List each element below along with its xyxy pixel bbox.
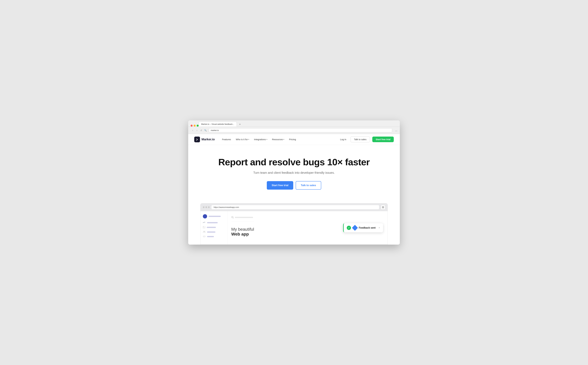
nav-links: Features Who is it for ▾ Integrations ▾ …	[222, 138, 338, 141]
demo-sidebar-item	[203, 221, 225, 224]
demo-dot-3	[208, 206, 210, 208]
demo-sidebar-item	[203, 226, 225, 229]
nav-features[interactable]: Features	[222, 138, 231, 141]
svg-rect-6	[203, 226, 205, 228]
forward-button[interactable]: ›	[195, 129, 198, 132]
start-free-trial-hero-button[interactable]: Start free trial	[267, 181, 293, 190]
hero-title: Report and resolve bugs 10× faster	[194, 157, 394, 167]
demo-app-title: My beautiful Web app	[231, 224, 254, 240]
svg-rect-3	[383, 206, 384, 207]
demo-window-dots	[203, 206, 210, 208]
nav-integrations[interactable]: Integrations ▾	[254, 138, 267, 141]
demo-line	[207, 236, 214, 237]
demo-line	[207, 227, 216, 228]
logo-icon	[194, 137, 200, 142]
back-button[interactable]: ‹	[191, 129, 194, 132]
nav-pricing[interactable]: Pricing	[289, 138, 296, 141]
users-icon	[203, 231, 205, 233]
svg-point-9	[205, 231, 205, 232]
demo-line	[207, 232, 215, 233]
demo-top-bar	[231, 216, 254, 221]
hero-buttons: Start free trial Talk to sales	[194, 181, 394, 190]
nav-who-is-it-for[interactable]: Who is it for ▾	[236, 138, 249, 141]
logo[interactable]: Marker.io	[194, 137, 215, 142]
hero-subtitle: Turn team and client feedback into devel…	[194, 171, 394, 175]
svg-line-11	[233, 218, 234, 218]
svg-rect-1	[196, 138, 198, 140]
check-icon: ✓	[347, 226, 351, 230]
maximize-dot[interactable]	[197, 125, 199, 126]
search-icon	[231, 216, 234, 219]
tab-bar: Marker.io – Visual website feedback... +	[188, 120, 400, 127]
chevron-down-icon: ▾	[267, 139, 267, 140]
tab-label: Marker.io – Visual website feedback...	[201, 123, 234, 125]
demo-container: https://awesomewebapp.com	[188, 203, 400, 245]
demo-browser-bar: https://awesomewebapp.com	[200, 203, 388, 211]
demo-line	[207, 222, 218, 223]
demo-dot-2	[205, 206, 207, 208]
browser-menu-button[interactable]: ...	[395, 129, 397, 132]
feedback-sent-text: Feedback sent	[359, 226, 376, 229]
demo-sidebar	[200, 211, 228, 245]
close-dot[interactable]	[191, 125, 192, 126]
refresh-button[interactable]: ↺	[200, 129, 203, 132]
browser-window: Marker.io – Visual website feedback... +…	[188, 120, 400, 245]
feedback-notification: ✓ Feedback sent ×	[343, 223, 383, 232]
demo-address-bar: https://awesomewebapp.com	[212, 205, 379, 209]
start-free-trial-nav-button[interactable]: Start free trial	[372, 137, 394, 142]
demo-app-title-line1: My beautiful	[231, 227, 254, 232]
demo-sidebar-items	[203, 221, 225, 238]
browser-toolbar: ‹ › ↺ 🔍 marker.io ...	[188, 127, 400, 134]
demo-browser: https://awesomewebapp.com	[200, 203, 388, 245]
demo-logo-circle	[203, 214, 207, 218]
address-bar[interactable]: marker.io	[209, 128, 392, 132]
demo-app-title-line2: Web app	[231, 232, 254, 237]
address-url: marker.io	[211, 129, 390, 131]
chevron-down-icon: ▾	[248, 139, 249, 140]
svg-rect-4	[382, 207, 383, 208]
demo-sidebar-item	[203, 231, 225, 233]
demo-search-placeholder	[235, 217, 253, 218]
hero-section: Report and resolve bugs 10× faster Turn …	[188, 145, 400, 197]
marker-diamond-icon	[352, 225, 358, 231]
window-controls	[191, 125, 199, 126]
svg-point-8	[204, 231, 204, 232]
logo-text: Marker.io	[201, 138, 215, 141]
browser-nav: ‹ › ↺ 🔍	[191, 129, 207, 132]
chevron-down-icon: ▾	[283, 139, 284, 140]
site-nav: Marker.io Features Who is it for ▾ Integ…	[188, 134, 400, 145]
svg-rect-2	[382, 206, 383, 207]
minimize-dot[interactable]	[194, 125, 196, 126]
website-content: Marker.io Features Who is it for ▾ Integ…	[188, 134, 400, 245]
chart-icon	[203, 221, 205, 224]
demo-sidebar-header	[203, 214, 225, 218]
demo-sidebar-item	[203, 236, 225, 238]
new-tab-button[interactable]: +	[238, 122, 242, 126]
talk-to-sales-nav-button[interactable]: Talk to sales	[351, 136, 370, 142]
talk-to-sales-hero-button[interactable]: Talk to sales	[296, 181, 321, 190]
nav-resources[interactable]: Resources ▾	[272, 138, 284, 141]
svg-rect-5	[383, 207, 384, 208]
demo-dot-1	[203, 206, 205, 208]
demo-content: My beautiful Web app ✓ Feedback sent ×	[200, 211, 388, 245]
link-icon	[203, 236, 205, 238]
search-icon: 🔍	[204, 129, 207, 132]
image-icon	[203, 226, 205, 229]
login-button[interactable]: Log in	[338, 137, 348, 142]
demo-title-line	[209, 216, 221, 217]
close-icon[interactable]: ×	[379, 226, 380, 229]
demo-extension-button	[381, 205, 385, 209]
browser-tab[interactable]: Marker.io – Visual website feedback...	[199, 122, 237, 126]
nav-actions: Log in Talk to sales Start free trial	[338, 136, 394, 142]
